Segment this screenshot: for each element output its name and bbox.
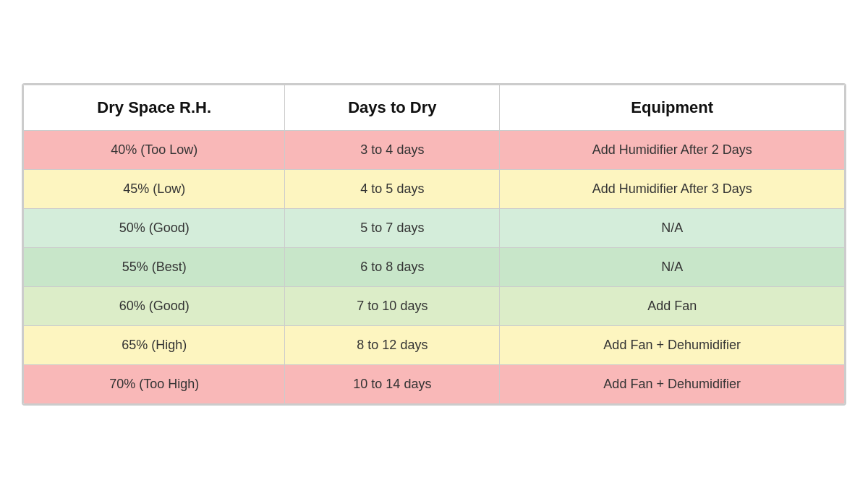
cell-rh: 50% (Good) (24, 208, 285, 247)
table-header-row: Dry Space R.H. Days to Dry Equipment (24, 85, 845, 130)
cell-days: 5 to 7 days (285, 208, 500, 247)
cell-days: 6 to 8 days (285, 247, 500, 286)
table-row: 45% (Low)4 to 5 daysAdd Humidifier After… (24, 169, 845, 208)
cell-equipment: Add Fan + Dehumidifier (500, 364, 845, 403)
table-row: 40% (Too Low)3 to 4 daysAdd Humidifier A… (24, 130, 845, 169)
header-dry-space-rh: Dry Space R.H. (24, 85, 285, 130)
cell-rh: 40% (Too Low) (24, 130, 285, 169)
cell-days: 7 to 10 days (285, 286, 500, 325)
cell-days: 10 to 14 days (285, 364, 500, 403)
table-row: 50% (Good)5 to 7 daysN/A (24, 208, 845, 247)
header-equipment: Equipment (500, 85, 845, 130)
cell-equipment: N/A (500, 208, 845, 247)
table-row: 65% (High)8 to 12 daysAdd Fan + Dehumidi… (24, 325, 845, 364)
cell-equipment: Add Fan + Dehumidifier (500, 325, 845, 364)
drying-table: Dry Space R.H. Days to Dry Equipment 40%… (23, 85, 845, 404)
cell-equipment: N/A (500, 247, 845, 286)
cell-rh: 60% (Good) (24, 286, 285, 325)
cell-days: 8 to 12 days (285, 325, 500, 364)
table-row: 70% (Too High)10 to 14 daysAdd Fan + Deh… (24, 364, 845, 403)
table-row: 55% (Best)6 to 8 daysN/A (24, 247, 845, 286)
cell-rh: 70% (Too High) (24, 364, 285, 403)
table-row: 60% (Good)7 to 10 daysAdd Fan (24, 286, 845, 325)
main-table-container: ✦ ✦ ✦ ✦ BudTrainer ® GROW LIKE THE PROS … (22, 83, 846, 406)
cell-days: 3 to 4 days (285, 130, 500, 169)
cell-rh: 65% (High) (24, 325, 285, 364)
cell-days: 4 to 5 days (285, 169, 500, 208)
cell-rh: 55% (Best) (24, 247, 285, 286)
cell-equipment: Add Humidifier After 3 Days (500, 169, 845, 208)
cell-equipment: Add Humidifier After 2 Days (500, 130, 845, 169)
cell-equipment: Add Fan (500, 286, 845, 325)
header-days-to-dry: Days to Dry (285, 85, 500, 130)
cell-rh: 45% (Low) (24, 169, 285, 208)
